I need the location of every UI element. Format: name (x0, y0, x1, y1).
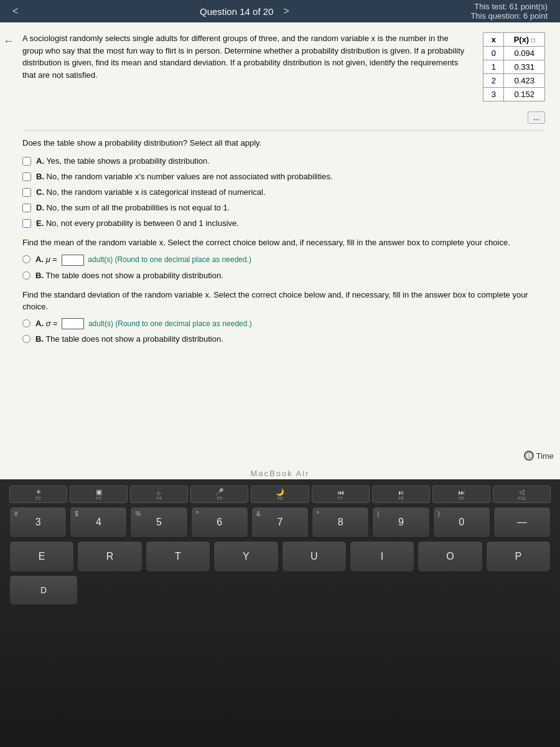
q1-option-d-label: D. No, the sum of all the probabilities … (36, 202, 230, 214)
q2-question-text: Find the mean of the random variable x. … (22, 237, 545, 249)
table-cell-p2: 0.423 (504, 74, 545, 88)
key-8[interactable]: * 8 (312, 507, 369, 538)
f3-key[interactable]: ▣ F3 (70, 486, 128, 503)
table-row: 3 0.152 (483, 88, 545, 101)
q1-checkbox-a[interactable] (22, 157, 31, 166)
key-9[interactable]: ( 9 (372, 507, 429, 538)
q3-question-text: Find the standard deviation of the rando… (22, 289, 545, 313)
mic-icon: 🎤 (215, 488, 224, 496)
f7-key[interactable]: ⏮ F7 (312, 486, 370, 503)
q2-radio-b[interactable] (22, 271, 30, 280)
f8-key[interactable]: ⏯ F8 (372, 486, 430, 503)
q2-option-a-suffix: adult(s) (Round to one decimal place as … (88, 255, 251, 264)
q2-option-b-label: B. The table does not show a probability… (35, 270, 223, 281)
top-navigation-bar: < Question 14 of 20 > This test: 61 poin… (0, 0, 560, 22)
q2-option-b: B. The table does not show a probability… (22, 270, 545, 281)
table-header-px: P(x) □ (504, 33, 545, 47)
table-cell-p1: 0.331 (504, 60, 545, 74)
section-divider (22, 130, 545, 131)
key-0[interactable]: ) 0 (433, 507, 490, 538)
key-d-label: D (40, 585, 47, 595)
q1-question-text: Does the table show a probability distri… (22, 137, 545, 149)
problem-description: A sociologist randomly selects single ad… (22, 32, 470, 101)
key-o[interactable]: O (418, 541, 482, 572)
f6-key[interactable]: 🌙 F6 (251, 486, 309, 503)
q2-option-a-content: A. μ = adult(s) (Round to one decimal pl… (35, 254, 251, 266)
key-6[interactable]: ^ 6 (191, 507, 248, 538)
rewind-icon: ⏮ (337, 489, 344, 496)
play-pause-icon: ⏯ (398, 489, 404, 496)
main-content-area: ← A sociologist randomly selects single … (0, 22, 560, 483)
table-cell-x0: 0 (483, 47, 504, 60)
table-cell-x3: 3 (483, 88, 504, 101)
q1-option-e-label: E. No, not every probability is between … (36, 218, 239, 229)
f5-key[interactable]: 🎤 F5 (190, 486, 248, 503)
q3-option-a: A. σ = adult(s) (Round to one decimal pl… (22, 318, 545, 330)
q1-checkbox-b[interactable] (22, 172, 31, 181)
f9-key[interactable]: ⏭ F9 (432, 486, 490, 503)
table-cell-x1: 1 (483, 60, 504, 74)
timer-icon: ⓘ (524, 451, 534, 461)
q3-radio-a[interactable] (22, 319, 30, 327)
q3-answer-input[interactable] (62, 318, 84, 329)
this-question-label: This question: 6 point (470, 11, 548, 21)
more-button[interactable]: ... (528, 111, 545, 124)
q1-option-e: E. No, not every probability is between … (22, 218, 545, 229)
problem-section: A sociologist randomly selects single ad… (22, 32, 545, 101)
q2-option-a: A. μ = adult(s) (Round to one decimal pl… (22, 254, 545, 266)
key-4[interactable]: $ 4 (70, 507, 127, 538)
question-content: A sociologist randomly selects single ad… (17, 22, 560, 483)
key-u[interactable]: U (282, 541, 347, 572)
more-button-label: ... (533, 113, 539, 122)
q1-option-d: D. No, the sum of all the probabilities … (22, 202, 545, 214)
fn-key-row: ☀ F2 ▣ F3 ⌕ F4 🎤 F5 🌙 F6 ⏮ F7 ⏯ F8 ⏭ F (6, 486, 554, 503)
key-t[interactable]: T (146, 541, 210, 572)
left-back-arrow[interactable]: ← (0, 22, 17, 483)
qwerty-row: E R T Y U I O P (6, 541, 554, 572)
q3-option-b: B. The table does not show a probability… (22, 334, 545, 345)
key-3[interactable]: # 3 (9, 507, 67, 538)
key-i[interactable]: I (350, 541, 414, 572)
key-5[interactable]: % 5 (130, 507, 187, 538)
q3-radio-b[interactable] (22, 335, 30, 343)
q1-option-a-label: A. Yes, the table shows a probability di… (36, 156, 210, 167)
fast-forward-icon: ⏭ (458, 489, 465, 496)
table-row: 2 0.423 (483, 74, 545, 88)
q1-checkbox-e[interactable] (22, 219, 31, 228)
nav-left-arrow[interactable]: < (12, 6, 18, 17)
q3-option-a-content: A. σ = adult(s) (Round to one decimal pl… (35, 318, 252, 330)
key-y[interactable]: Y (213, 541, 278, 572)
q1-option-a: A. Yes, the table shows a probability di… (22, 156, 545, 167)
macbook-brand-label: MacBook Air (251, 469, 310, 478)
key-dash[interactable]: — (493, 507, 551, 538)
key-p[interactable]: P (486, 541, 551, 572)
bottom-partial-row: D (6, 575, 554, 605)
probability-table-container: x P(x) □ 0 0.094 1 0.331 (483, 32, 545, 101)
q2-answer-input[interactable] (62, 255, 84, 266)
q2-radio-a[interactable] (22, 255, 30, 263)
q1-option-c-label: C. No, the random variable x is categori… (36, 187, 266, 198)
question-counter: Question 14 of 20 (200, 6, 273, 17)
q1-option-b: B. No, the random variable x's number va… (22, 171, 545, 182)
q3-option-a-suffix: adult(s) (Round to one decimal place as … (88, 319, 252, 328)
q1-checkbox-d[interactable] (22, 204, 31, 212)
number-key-row: # 3 $ 4 % 5 ^ 6 & 7 * 8 ( 9 ) 0 (6, 507, 554, 538)
key-r[interactable]: R (77, 541, 142, 572)
nav-right-arrow[interactable]: > (283, 6, 289, 17)
probability-table: x P(x) □ 0 0.094 1 0.331 (483, 32, 545, 101)
table-cell-p3: 0.152 (504, 88, 545, 101)
table-cell-p0: 0.094 (504, 47, 545, 60)
key-e[interactable]: E (9, 541, 74, 572)
table-cell-x2: 2 (483, 74, 504, 88)
moon-icon: 🌙 (276, 488, 284, 496)
f2-key[interactable]: ☀ F2 (9, 486, 67, 503)
key-7[interactable]: & 7 (251, 507, 309, 538)
f10-key[interactable]: ◁ F10 (493, 486, 551, 503)
table-row: 0 0.094 (483, 47, 545, 60)
q1-checkbox-c[interactable] (22, 188, 31, 197)
table-row: 1 0.331 (483, 60, 545, 74)
key-d-partial[interactable]: D (9, 575, 78, 605)
back-icon: ◁ (519, 488, 524, 496)
f4-key[interactable]: ⌕ F4 (130, 486, 188, 503)
mission-control-icon: ▣ (96, 488, 102, 496)
